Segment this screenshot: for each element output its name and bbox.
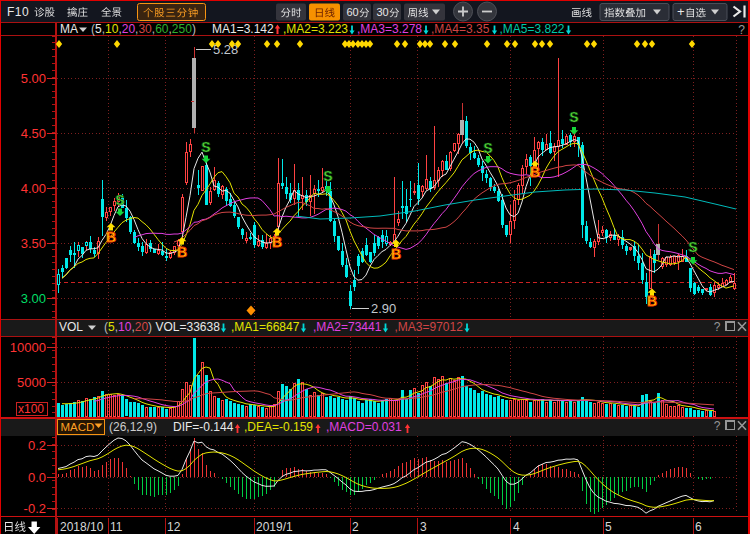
svg-text:DIF=-0.144: DIF=-0.144 (173, 420, 234, 434)
svg-text:S: S (569, 109, 578, 125)
svg-text:?: ? (714, 320, 721, 334)
svg-text:30: 30 (377, 6, 389, 18)
svg-text:,MA1=66847: ,MA1=66847 (231, 320, 300, 334)
svg-text:,MA3=3.278: ,MA3=3.278 (357, 22, 422, 36)
svg-text:4.50: 4.50 (21, 126, 46, 141)
svg-text:(26,12,9): (26,12,9) (109, 420, 157, 434)
svg-text:3: 3 (420, 520, 427, 534)
svg-text:x100: x100 (18, 402, 44, 416)
svg-text:,MA4=3.35: ,MA4=3.35 (431, 22, 490, 36)
svg-text:MA1=3.142: MA1=3.142 (212, 22, 274, 36)
svg-text:(5,10,20): (5,10,20) (104, 320, 152, 334)
svg-text:5: 5 (605, 520, 612, 534)
svg-text:10000: 10000 (10, 340, 46, 355)
svg-text:4.00: 4.00 (21, 181, 46, 196)
svg-text:,MA5=3.822: ,MA5=3.822 (500, 22, 565, 36)
svg-text:VOL=33638: VOL=33638 (156, 320, 221, 334)
svg-text:2018/10: 2018/10 (60, 520, 104, 534)
svg-text:3.00: 3.00 (21, 291, 46, 306)
svg-text:?: ? (714, 419, 721, 433)
svg-text:2: 2 (352, 520, 359, 534)
svg-text:,MA3=97012: ,MA3=97012 (395, 320, 464, 334)
svg-text:B: B (177, 244, 187, 260)
svg-text:MACD: MACD (61, 421, 95, 433)
svg-text:60: 60 (347, 6, 359, 18)
svg-text:,DEA=-0.159: ,DEA=-0.159 (244, 420, 313, 434)
svg-text:12: 12 (167, 520, 181, 534)
svg-text:B: B (106, 229, 116, 245)
svg-text:S: S (201, 139, 210, 155)
svg-text:S: S (115, 192, 124, 208)
svg-text:B: B (530, 164, 540, 180)
svg-text:2019/1: 2019/1 (256, 520, 293, 534)
svg-text:F10: F10 (7, 5, 29, 19)
svg-text:-0.2: -0.2 (24, 501, 46, 516)
svg-text:5000: 5000 (17, 375, 46, 390)
svg-text:B: B (272, 234, 282, 250)
svg-text:+: + (677, 4, 685, 19)
svg-text:4: 4 (513, 520, 520, 534)
svg-text:,MA2=73441: ,MA2=73441 (313, 320, 382, 334)
svg-text:6: 6 (695, 520, 702, 534)
svg-text:S: S (483, 140, 492, 156)
svg-text:5.00: 5.00 (21, 71, 46, 86)
svg-text:S: S (688, 239, 697, 255)
svg-text:2.90: 2.90 (371, 301, 396, 316)
svg-text:(5,10,20,30,60,250): (5,10,20,30,60,250) (91, 22, 196, 36)
svg-text:VOL: VOL (59, 320, 83, 334)
svg-text:,MACD=0.031: ,MACD=0.031 (326, 420, 402, 434)
svg-text:B: B (647, 293, 657, 309)
svg-text:3.50: 3.50 (21, 236, 46, 251)
svg-text:0.2: 0.2 (28, 438, 46, 453)
svg-text:B: B (391, 246, 401, 262)
svg-text:0.0: 0.0 (28, 470, 46, 485)
svg-text:MA: MA (60, 22, 78, 36)
svg-text:,MA2=3.223: ,MA2=3.223 (283, 22, 348, 36)
svg-text:?: ? (738, 23, 745, 37)
svg-text:S: S (323, 168, 332, 184)
svg-text:11: 11 (110, 520, 123, 534)
